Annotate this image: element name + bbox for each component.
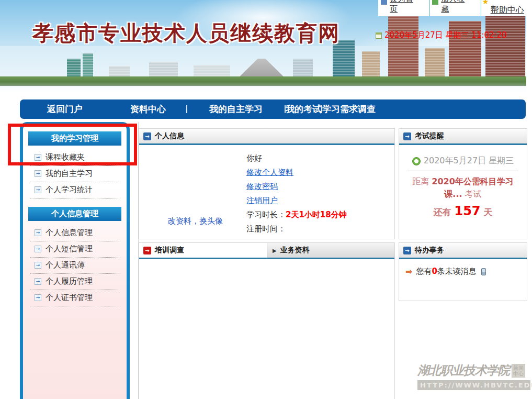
countdown-prefix: 距离 — [412, 176, 432, 186]
sidebar-list: → 课程收藏夹 → 我的自主学习 → 个人学习统计 — [23, 150, 127, 198]
personal-info-panel: → 个人信息 改资料，换头像 你好 修改个人资料 修改密码 注销用户 学习时长：… — [139, 128, 395, 239]
todo-panel: → 待办事务 ➡ 您有0条未读消息 — [399, 242, 527, 301]
site-title: 孝感市专业技术人员继续教育网 — [32, 19, 340, 48]
panel-arrow-icon: → — [403, 132, 411, 140]
exam-remaining-row: 还有 157 天 — [399, 204, 527, 218]
sidebar-item-label: 课程收藏夹 — [46, 152, 85, 162]
quicklinks-bar: 设为首页 加入收藏 ★ 帮助中心 — [378, 0, 532, 16]
sidebar-item-personal-info[interactable]: → 个人信息管理 — [30, 225, 120, 241]
countdown-suffix: 考试 — [462, 189, 482, 199]
sidebar-item-label: 个人学习统计 — [46, 185, 93, 195]
sidebar-section-personal-info: 个人信息管理 — [28, 207, 121, 221]
register-time-line: 注册时间： — [246, 222, 347, 236]
quicklink-set-homepage[interactable]: 设为首页 — [378, 0, 429, 16]
phone-icon — [481, 268, 486, 275]
panel-arrow-icon: → — [143, 132, 151, 140]
tab-label: 业务资料 — [280, 246, 310, 255]
exam-date-row: 2020年5月27日 星期三 — [399, 156, 527, 167]
sidebar-item-course-favorites[interactable]: → 课程收藏夹 — [30, 150, 120, 166]
sidebar: 我的学习管理 → 课程收藏夹 → 我的自主学习 → 个人学习统计 个人信息管理 … — [20, 122, 130, 399]
badge-line1: 新闻 — [513, 365, 524, 371]
home-icon — [381, 0, 387, 5]
sidebar-section-my-learning: 我的学习管理 — [28, 131, 121, 146]
tab-bar: → 培训调查 ▶ 业务资料 — [139, 243, 394, 259]
sidebar-item-self-study[interactable]: → 我的自主学习 — [30, 166, 120, 182]
arrow-box-icon: → — [35, 246, 41, 252]
tab-training-survey[interactable]: → 培训调查 — [139, 243, 267, 258]
edit-profile-link[interactable]: 修改个人资料 — [246, 168, 293, 177]
arrow-box-icon: → — [35, 170, 41, 177]
unread-messages-row[interactable]: ➡ 您有0条未读消息 — [405, 267, 527, 276]
exam-countdown-text: 距离 2020年公需科目学习课... 考试 — [408, 175, 518, 201]
calendar-icon — [376, 32, 382, 39]
quicklink-label[interactable]: 加入收藏 — [441, 0, 466, 14]
building-tower — [388, 16, 418, 85]
study-time-label: 学习时长： — [246, 210, 286, 219]
remain-days-value: 157 — [454, 204, 480, 218]
banner-fade — [0, 82, 526, 97]
remain-prefix: 还有 — [434, 207, 455, 217]
panel-arrow-icon: → — [403, 247, 411, 254]
sidebar-item-sms[interactable]: → 个人短信管理 — [30, 241, 120, 258]
arrow-box-icon: → — [35, 262, 41, 269]
sidebar-item-label: 个人证书管理 — [46, 293, 93, 303]
arrow-box-icon: → — [35, 154, 41, 161]
nav-item-my-exam[interactable]: 我的考试 — [286, 103, 321, 115]
watermark-url: HTTP://WWW.HBVTC.EDU.CN — [417, 380, 530, 390]
sidebar-item-study-stats[interactable]: → 个人学习统计 — [30, 182, 120, 198]
tab-business-materials[interactable]: ▶ 业务资料 — [267, 243, 394, 258]
alarm-clock-icon — [412, 157, 421, 165]
exam-date-text: 2020年5月27日 星期三 — [424, 156, 514, 167]
watermark-college-name: 湖北职业技术学院 — [417, 362, 510, 379]
sidebar-item-certificates[interactable]: → 个人证书管理 — [30, 290, 120, 306]
watermark-news-badge: 新闻 中心 — [512, 364, 525, 378]
change-password-link[interactable]: 修改密码 — [246, 182, 278, 191]
arrow-box-icon: → — [35, 229, 41, 236]
todo-header: → 待办事务 — [399, 243, 527, 259]
arrow-box-icon: → — [35, 278, 41, 285]
panel-arrow-icon-red: → — [143, 247, 151, 254]
quicklink-label[interactable]: 帮助中心 — [491, 5, 524, 15]
sidebar-item-label: 个人信息管理 — [46, 228, 93, 238]
nav-item-portal[interactable]: 返回门户 — [20, 103, 110, 115]
exam-reminder-header: → 考试提醒 — [399, 129, 527, 145]
triangle-icon: ▶ — [273, 248, 277, 253]
arrow-box-icon: → — [35, 294, 41, 301]
personal-info-header: → 个人信息 — [139, 129, 394, 145]
tab-label: 培训调查 — [155, 246, 184, 255]
remain-suffix: 天 — [481, 207, 493, 217]
main-nav: 返回门户 资料中心 我的自主学习 我的考试 学习需求调查 — [20, 99, 526, 119]
favorite-icon — [432, 0, 438, 5]
personal-info-title: 个人信息 — [155, 131, 184, 141]
page: 孝感市专业技术人员继续教育网 2020年5月27日 星期三 11:02:20 设… — [0, 0, 532, 399]
register-time-label: 注册时间： — [246, 224, 286, 234]
personal-info-list: 你好 修改个人资料 修改密码 注销用户 学习时长：2天1小时18分钟 注册时间： — [246, 151, 347, 236]
quicklink-add-favorites[interactable]: 加入收藏 — [429, 0, 480, 16]
nav-item-self-study[interactable]: 我的自主学习 — [187, 103, 285, 115]
exam-divider — [408, 171, 518, 171]
exam-reminder-title: 考试提醒 — [415, 131, 444, 141]
sidebar-item-label: 个人通讯薄 — [46, 260, 85, 270]
arrow-box-icon: → — [35, 186, 41, 193]
logout-link[interactable]: 注销用户 — [246, 196, 278, 205]
nav-item-learning-survey[interactable]: 学习需求调查 — [322, 103, 376, 115]
sidebar-item-label: 个人短信管理 — [46, 244, 93, 254]
exam-reminder-body: 2020年5月27日 星期三 距离 2020年公需科目学习课... 考试 还有 … — [399, 156, 527, 218]
greeting-text: 你好 — [246, 151, 347, 165]
exam-reminder-panel: → 考试提醒 2020年5月27日 星期三 距离 2020年公需科目学习课...… — [399, 128, 527, 239]
sidebar-list: → 个人信息管理 → 个人短信管理 → 个人通讯薄 → 个人履历管理 → 个人证… — [23, 225, 127, 306]
sidebar-item-contacts[interactable]: → 个人通讯薄 — [30, 258, 120, 274]
sidebar-item-resume[interactable]: → 个人履历管理 — [30, 274, 120, 290]
help-star-icon: ★ — [482, 0, 489, 6]
sidebar-item-label: 个人履历管理 — [46, 276, 93, 286]
quicklink-label[interactable]: 设为首页 — [390, 0, 415, 14]
datetime-text: 2020年5月27日 星期三 11:02:20 — [384, 30, 507, 40]
study-time-value: 2天1小时18分钟 — [286, 210, 347, 219]
unread-text: 您有0条未读消息 — [416, 267, 476, 276]
unread-count: 0 — [432, 267, 437, 276]
nav-item-resource-center[interactable]: 资料中心 — [110, 103, 186, 115]
watermark: 湖北职业技术学院 新闻 中心 HTTP://WWW.HBVTC.EDU.CN — [417, 362, 530, 390]
change-avatar-link[interactable]: 改资料，换头像 — [168, 216, 223, 226]
survey-panel: → 培训调查 ▶ 业务资料 — [139, 242, 395, 399]
quicklink-help-center[interactable]: ★ 帮助中心 — [481, 0, 532, 16]
